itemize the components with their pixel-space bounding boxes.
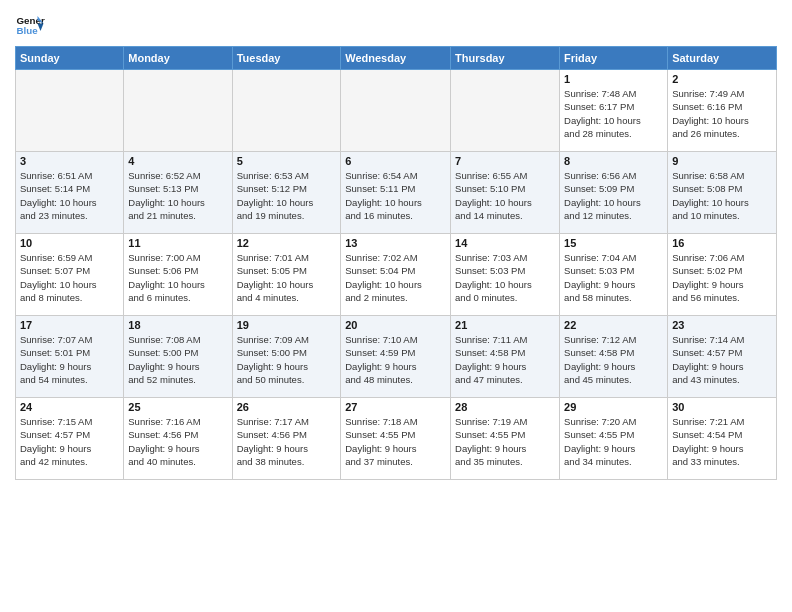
day-number: 30 — [672, 401, 772, 413]
page-container: General Blue SundayMondayTuesdayWednesda… — [0, 0, 792, 485]
calendar-cell: 7Sunrise: 6:55 AM Sunset: 5:10 PM Daylig… — [451, 152, 560, 234]
calendar-cell: 27Sunrise: 7:18 AM Sunset: 4:55 PM Dayli… — [341, 398, 451, 480]
day-number: 24 — [20, 401, 119, 413]
day-number: 3 — [20, 155, 119, 167]
day-number: 6 — [345, 155, 446, 167]
calendar-cell: 4Sunrise: 6:52 AM Sunset: 5:13 PM Daylig… — [124, 152, 232, 234]
day-number: 14 — [455, 237, 555, 249]
calendar-cell: 17Sunrise: 7:07 AM Sunset: 5:01 PM Dayli… — [16, 316, 124, 398]
calendar-cell: 13Sunrise: 7:02 AM Sunset: 5:04 PM Dayli… — [341, 234, 451, 316]
week-row-2: 3Sunrise: 6:51 AM Sunset: 5:14 PM Daylig… — [16, 152, 777, 234]
calendar-cell: 21Sunrise: 7:11 AM Sunset: 4:58 PM Dayli… — [451, 316, 560, 398]
day-info: Sunrise: 7:12 AM Sunset: 4:58 PM Dayligh… — [564, 333, 663, 386]
day-info: Sunrise: 7:14 AM Sunset: 4:57 PM Dayligh… — [672, 333, 772, 386]
calendar-table: SundayMondayTuesdayWednesdayThursdayFrid… — [15, 46, 777, 480]
day-info: Sunrise: 7:00 AM Sunset: 5:06 PM Dayligh… — [128, 251, 227, 304]
calendar-cell: 6Sunrise: 6:54 AM Sunset: 5:11 PM Daylig… — [341, 152, 451, 234]
calendar-cell: 22Sunrise: 7:12 AM Sunset: 4:58 PM Dayli… — [560, 316, 668, 398]
weekday-header-row: SundayMondayTuesdayWednesdayThursdayFrid… — [16, 47, 777, 70]
week-row-5: 24Sunrise: 7:15 AM Sunset: 4:57 PM Dayli… — [16, 398, 777, 480]
day-number: 7 — [455, 155, 555, 167]
day-info: Sunrise: 6:54 AM Sunset: 5:11 PM Dayligh… — [345, 169, 446, 222]
day-info: Sunrise: 7:15 AM Sunset: 4:57 PM Dayligh… — [20, 415, 119, 468]
calendar-cell: 12Sunrise: 7:01 AM Sunset: 5:05 PM Dayli… — [232, 234, 341, 316]
day-info: Sunrise: 7:11 AM Sunset: 4:58 PM Dayligh… — [455, 333, 555, 386]
logo: General Blue — [15, 10, 45, 40]
day-number: 1 — [564, 73, 663, 85]
calendar-cell: 11Sunrise: 7:00 AM Sunset: 5:06 PM Dayli… — [124, 234, 232, 316]
day-number: 26 — [237, 401, 337, 413]
day-number: 22 — [564, 319, 663, 331]
day-info: Sunrise: 7:02 AM Sunset: 5:04 PM Dayligh… — [345, 251, 446, 304]
calendar-cell: 28Sunrise: 7:19 AM Sunset: 4:55 PM Dayli… — [451, 398, 560, 480]
day-info: Sunrise: 7:16 AM Sunset: 4:56 PM Dayligh… — [128, 415, 227, 468]
calendar-cell: 18Sunrise: 7:08 AM Sunset: 5:00 PM Dayli… — [124, 316, 232, 398]
calendar-cell: 23Sunrise: 7:14 AM Sunset: 4:57 PM Dayli… — [668, 316, 777, 398]
header: General Blue — [15, 10, 777, 40]
calendar-cell: 5Sunrise: 6:53 AM Sunset: 5:12 PM Daylig… — [232, 152, 341, 234]
calendar-cell: 29Sunrise: 7:20 AM Sunset: 4:55 PM Dayli… — [560, 398, 668, 480]
day-number: 15 — [564, 237, 663, 249]
calendar-cell: 26Sunrise: 7:17 AM Sunset: 4:56 PM Dayli… — [232, 398, 341, 480]
day-info: Sunrise: 7:10 AM Sunset: 4:59 PM Dayligh… — [345, 333, 446, 386]
week-row-4: 17Sunrise: 7:07 AM Sunset: 5:01 PM Dayli… — [16, 316, 777, 398]
day-number: 27 — [345, 401, 446, 413]
day-info: Sunrise: 7:18 AM Sunset: 4:55 PM Dayligh… — [345, 415, 446, 468]
day-info: Sunrise: 7:17 AM Sunset: 4:56 PM Dayligh… — [237, 415, 337, 468]
calendar-cell: 30Sunrise: 7:21 AM Sunset: 4:54 PM Dayli… — [668, 398, 777, 480]
day-number: 9 — [672, 155, 772, 167]
day-number: 12 — [237, 237, 337, 249]
day-info: Sunrise: 7:48 AM Sunset: 6:17 PM Dayligh… — [564, 87, 663, 140]
calendar-cell: 15Sunrise: 7:04 AM Sunset: 5:03 PM Dayli… — [560, 234, 668, 316]
day-number: 29 — [564, 401, 663, 413]
day-number: 19 — [237, 319, 337, 331]
day-info: Sunrise: 7:06 AM Sunset: 5:02 PM Dayligh… — [672, 251, 772, 304]
day-number: 25 — [128, 401, 227, 413]
day-number: 10 — [20, 237, 119, 249]
day-number: 4 — [128, 155, 227, 167]
day-info: Sunrise: 7:49 AM Sunset: 6:16 PM Dayligh… — [672, 87, 772, 140]
calendar-cell: 10Sunrise: 6:59 AM Sunset: 5:07 PM Dayli… — [16, 234, 124, 316]
weekday-header-thursday: Thursday — [451, 47, 560, 70]
day-info: Sunrise: 7:07 AM Sunset: 5:01 PM Dayligh… — [20, 333, 119, 386]
calendar-cell: 9Sunrise: 6:58 AM Sunset: 5:08 PM Daylig… — [668, 152, 777, 234]
week-row-1: 1Sunrise: 7:48 AM Sunset: 6:17 PM Daylig… — [16, 70, 777, 152]
weekday-header-saturday: Saturday — [668, 47, 777, 70]
day-info: Sunrise: 7:08 AM Sunset: 5:00 PM Dayligh… — [128, 333, 227, 386]
day-number: 16 — [672, 237, 772, 249]
day-info: Sunrise: 6:59 AM Sunset: 5:07 PM Dayligh… — [20, 251, 119, 304]
day-number: 5 — [237, 155, 337, 167]
day-info: Sunrise: 6:52 AM Sunset: 5:13 PM Dayligh… — [128, 169, 227, 222]
weekday-header-monday: Monday — [124, 47, 232, 70]
svg-text:Blue: Blue — [17, 25, 39, 36]
calendar-cell: 16Sunrise: 7:06 AM Sunset: 5:02 PM Dayli… — [668, 234, 777, 316]
calendar-cell: 20Sunrise: 7:10 AM Sunset: 4:59 PM Dayli… — [341, 316, 451, 398]
day-number: 2 — [672, 73, 772, 85]
day-info: Sunrise: 6:53 AM Sunset: 5:12 PM Dayligh… — [237, 169, 337, 222]
day-info: Sunrise: 6:56 AM Sunset: 5:09 PM Dayligh… — [564, 169, 663, 222]
weekday-header-sunday: Sunday — [16, 47, 124, 70]
calendar-cell: 2Sunrise: 7:49 AM Sunset: 6:16 PM Daylig… — [668, 70, 777, 152]
day-number: 17 — [20, 319, 119, 331]
calendar-cell: 25Sunrise: 7:16 AM Sunset: 4:56 PM Dayli… — [124, 398, 232, 480]
day-info: Sunrise: 7:09 AM Sunset: 5:00 PM Dayligh… — [237, 333, 337, 386]
day-info: Sunrise: 6:58 AM Sunset: 5:08 PM Dayligh… — [672, 169, 772, 222]
day-number: 18 — [128, 319, 227, 331]
day-info: Sunrise: 7:21 AM Sunset: 4:54 PM Dayligh… — [672, 415, 772, 468]
day-number: 28 — [455, 401, 555, 413]
calendar-cell: 8Sunrise: 6:56 AM Sunset: 5:09 PM Daylig… — [560, 152, 668, 234]
day-info: Sunrise: 7:04 AM Sunset: 5:03 PM Dayligh… — [564, 251, 663, 304]
calendar-cell: 14Sunrise: 7:03 AM Sunset: 5:03 PM Dayli… — [451, 234, 560, 316]
day-info: Sunrise: 6:51 AM Sunset: 5:14 PM Dayligh… — [20, 169, 119, 222]
weekday-header-wednesday: Wednesday — [341, 47, 451, 70]
calendar-cell — [341, 70, 451, 152]
day-number: 11 — [128, 237, 227, 249]
day-info: Sunrise: 7:03 AM Sunset: 5:03 PM Dayligh… — [455, 251, 555, 304]
day-info: Sunrise: 7:20 AM Sunset: 4:55 PM Dayligh… — [564, 415, 663, 468]
calendar-cell: 19Sunrise: 7:09 AM Sunset: 5:00 PM Dayli… — [232, 316, 341, 398]
logo-icon: General Blue — [15, 10, 45, 40]
day-info: Sunrise: 7:19 AM Sunset: 4:55 PM Dayligh… — [455, 415, 555, 468]
svg-marker-3 — [38, 24, 44, 32]
day-number: 8 — [564, 155, 663, 167]
calendar-cell — [16, 70, 124, 152]
